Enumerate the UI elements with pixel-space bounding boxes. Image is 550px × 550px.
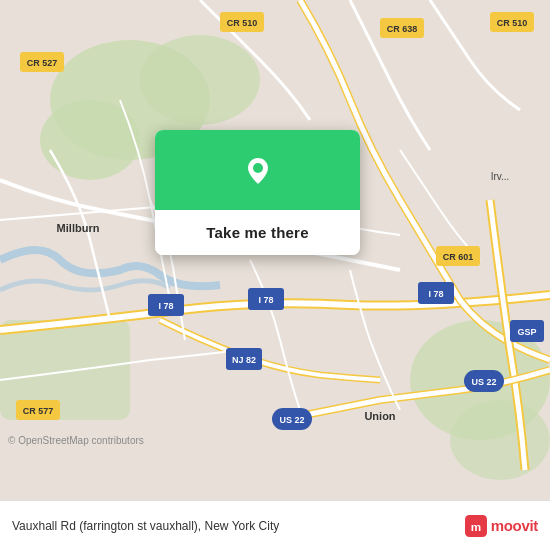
- svg-text:m: m: [470, 520, 480, 533]
- svg-text:CR 638: CR 638: [387, 24, 418, 34]
- popup-header: [155, 130, 360, 210]
- map-attribution: © OpenStreetMap contributors: [8, 435, 144, 446]
- svg-text:GSP: GSP: [517, 327, 536, 337]
- moovit-logo-text: moovit: [491, 517, 538, 534]
- svg-text:CR 510: CR 510: [497, 18, 528, 28]
- svg-point-37: [253, 163, 263, 173]
- svg-text:CR 577: CR 577: [23, 406, 54, 416]
- svg-text:US 22: US 22: [279, 415, 304, 425]
- svg-point-6: [450, 400, 550, 480]
- popup-card: Take me there: [155, 130, 360, 255]
- take-me-there-button[interactable]: Take me there: [155, 210, 360, 255]
- map: CR 527 CR 510 CR 638 CR 510 Millburn I 7…: [0, 0, 550, 500]
- bottom-bar: Vauxhall Rd (farrington st vauxhall), Ne…: [0, 500, 550, 550]
- svg-point-3: [140, 35, 260, 125]
- svg-text:I 78: I 78: [428, 289, 443, 299]
- svg-text:CR 601: CR 601: [443, 252, 474, 262]
- moovit-icon: m: [465, 515, 487, 537]
- svg-text:Union: Union: [364, 410, 395, 422]
- svg-text:CR 527: CR 527: [27, 58, 58, 68]
- svg-text:NJ 82: NJ 82: [232, 355, 256, 365]
- location-pin-icon: [236, 148, 280, 192]
- svg-text:Millburn: Millburn: [57, 222, 100, 234]
- svg-text:US 22: US 22: [471, 377, 496, 387]
- svg-text:I 78: I 78: [158, 301, 173, 311]
- svg-text:I 78: I 78: [258, 295, 273, 305]
- svg-text:CR 510: CR 510: [227, 18, 258, 28]
- svg-text:Irv...: Irv...: [491, 171, 510, 182]
- location-text: Vauxhall Rd (farrington st vauxhall), Ne…: [12, 519, 459, 533]
- moovit-logo: m moovit: [465, 515, 538, 537]
